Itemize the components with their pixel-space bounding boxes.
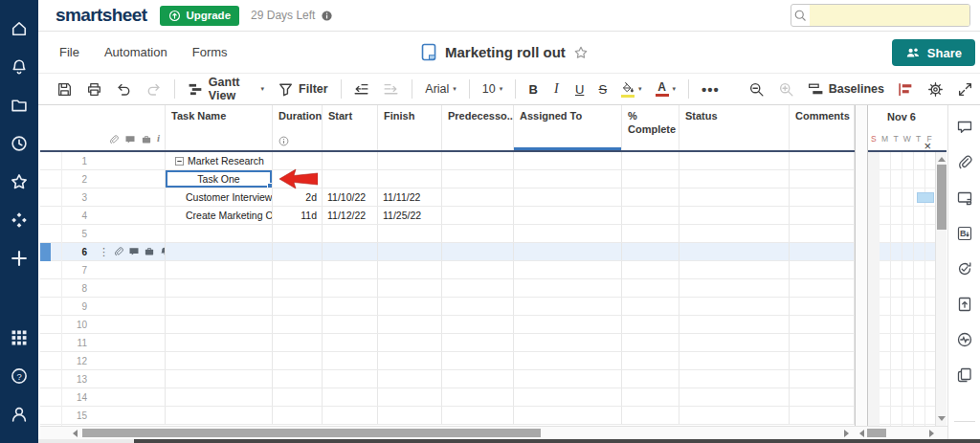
gantt-scroll-left-arrow[interactable] (859, 430, 864, 437)
cell-assigned[interactable] (514, 407, 622, 425)
cell-comments[interactable] (790, 407, 855, 425)
print-button[interactable] (79, 77, 109, 101)
cell-pct[interactable] (622, 407, 679, 425)
table-row[interactable]: 9 (40, 298, 947, 316)
font-family-select[interactable]: Arial ▾ (418, 77, 463, 101)
row-number[interactable]: 1 (40, 152, 96, 170)
zoom-in-button[interactable] (771, 77, 801, 101)
cell-task[interactable] (166, 316, 273, 334)
cell-task[interactable]: Create Marketing Ou (166, 207, 273, 225)
vertical-scrollbar-thumb[interactable] (937, 165, 947, 230)
cell-pct[interactable] (622, 188, 679, 207)
cell-assigned[interactable] (514, 279, 622, 298)
row-icons-cell[interactable] (96, 188, 166, 207)
horizontal-scrollbar[interactable] (40, 426, 947, 439)
cell-status[interactable] (679, 261, 790, 279)
column-header-start[interactable]: Start (323, 105, 378, 150)
row-icons-cell[interactable] (96, 388, 166, 407)
cell-pred[interactable] (442, 407, 514, 425)
cell-comments[interactable] (790, 316, 855, 334)
cell-pred[interactable] (442, 152, 514, 170)
table-row[interactable]: 15 (40, 407, 947, 425)
cell-pct[interactable] (622, 316, 679, 334)
column-header-comments[interactable]: Comments (790, 105, 855, 150)
row-number[interactable]: 6 (40, 243, 96, 261)
selected-cell[interactable]: Task One (166, 170, 273, 188)
cell-comments[interactable] (790, 225, 855, 243)
cell-start[interactable] (323, 279, 378, 298)
cell-comments[interactable] (790, 352, 855, 370)
cell-start[interactable] (323, 170, 378, 188)
gantt-close-icon[interactable]: × (924, 140, 931, 152)
cell-start[interactable] (323, 243, 378, 261)
row-number[interactable]: 3 (40, 188, 96, 207)
critical-path-button[interactable] (891, 77, 921, 101)
row-icons-cell[interactable] (96, 152, 166, 170)
cell-finish[interactable] (378, 316, 442, 334)
row-number[interactable]: 13 (40, 370, 96, 388)
cell-finish[interactable] (378, 370, 442, 388)
row-icons-cell[interactable] (96, 225, 166, 243)
collapse-icon[interactable] (175, 157, 184, 166)
cell-status[interactable] (679, 152, 790, 170)
row-number[interactable]: 11 (40, 334, 96, 352)
cell-status[interactable] (679, 352, 790, 370)
cell-assigned[interactable] (514, 334, 622, 352)
cell-start[interactable] (323, 316, 378, 334)
cell-task[interactable] (166, 225, 273, 243)
nav-favorites[interactable] (0, 163, 38, 201)
row-icons-cell[interactable] (96, 407, 166, 425)
column-header-duration[interactable]: Duration (273, 105, 323, 150)
cell-status[interactable] (679, 316, 790, 334)
cell-duration[interactable] (273, 316, 323, 334)
row-icons-cell[interactable] (96, 370, 166, 388)
cell-start[interactable] (323, 261, 378, 279)
filter-button[interactable]: Filter (271, 77, 335, 101)
cell-assigned[interactable] (514, 207, 622, 225)
table-row[interactable]: 14 (40, 388, 947, 407)
cell-start[interactable] (323, 225, 378, 243)
scroll-right-arrow[interactable] (844, 430, 849, 437)
cell-pred[interactable] (442, 170, 514, 188)
cell-comments[interactable] (790, 188, 855, 207)
fill-handle[interactable] (267, 183, 272, 188)
table-row[interactable]: 10 (40, 316, 947, 334)
outdent-button[interactable] (346, 77, 376, 101)
cell-duration[interactable] (273, 243, 323, 261)
menu-item-forms[interactable]: Forms (192, 45, 228, 59)
scroll-up-arrow[interactable] (938, 157, 946, 162)
duration-info-icon[interactable] (278, 136, 289, 146)
cell-status[interactable] (679, 334, 790, 352)
cell-finish[interactable] (378, 298, 442, 316)
cell-finish[interactable]: 11/11/22 (378, 188, 442, 207)
font-size-select[interactable]: 10 ▾ (476, 77, 509, 101)
cell-duration[interactable] (273, 334, 323, 352)
comment-icon[interactable] (128, 246, 140, 257)
cell-duration[interactable]: 2d (273, 188, 323, 207)
cell-comments[interactable] (790, 388, 855, 407)
cell-assigned[interactable] (514, 188, 622, 207)
cell-task[interactable] (166, 407, 273, 425)
row-number[interactable]: 14 (40, 388, 96, 407)
scroll-down-arrow[interactable] (938, 416, 946, 421)
row-number[interactable]: 8 (40, 279, 96, 298)
cell-assigned[interactable] (514, 225, 622, 243)
cell-pred[interactable] (442, 298, 514, 316)
more-options-button[interactable]: ••• (695, 77, 726, 101)
baselines-button[interactable]: Baselines (801, 77, 891, 101)
favorite-star-icon[interactable] (573, 45, 589, 60)
row-number[interactable]: 12 (40, 352, 96, 370)
menu-item-file[interactable]: File (59, 45, 79, 59)
gantt-scroll-right-arrow[interactable] (929, 430, 934, 437)
nav-notifications[interactable] (0, 48, 38, 86)
share-button[interactable]: Share (892, 39, 975, 66)
select-all-corner[interactable] (40, 105, 96, 150)
cell-start[interactable]: 11/10/22 (323, 188, 378, 207)
row-number[interactable]: 5 (40, 225, 96, 243)
cell-assigned[interactable] (514, 298, 622, 316)
row-icons-cell[interactable]: ⋮ (96, 243, 166, 261)
cell-task[interactable] (166, 370, 273, 388)
cell-pct[interactable] (622, 298, 679, 316)
cell-comments[interactable] (790, 370, 855, 388)
table-row[interactable]: 7 (40, 261, 947, 279)
